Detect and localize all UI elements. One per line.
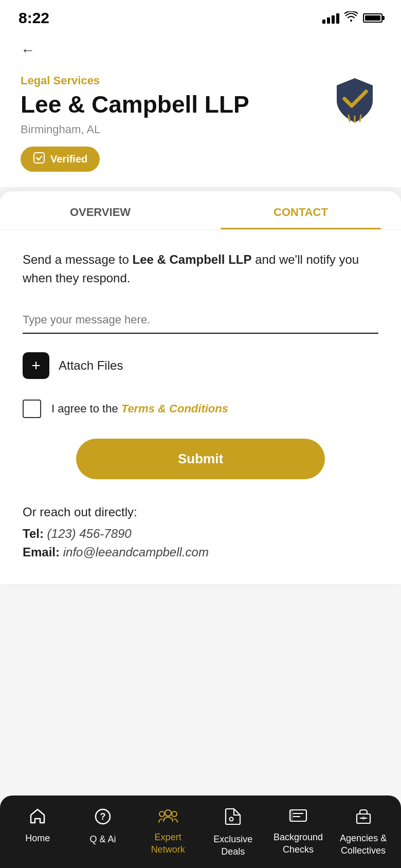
message-input-wrapper — [23, 313, 378, 334]
tel-label: Tel: — [23, 527, 44, 540]
status-time: 8:22 — [19, 9, 49, 27]
attach-label: Attach Files — [59, 358, 123, 373]
message-input[interactable] — [23, 313, 378, 327]
background-checks-icon — [289, 808, 307, 827]
nav-label-agencies: Agencies &Collectives — [340, 833, 387, 857]
battery-icon — [363, 13, 382, 23]
nav-item-expert-network[interactable]: ExpertNetwork — [142, 808, 194, 856]
tab-contact[interactable]: CONTACT — [200, 191, 401, 229]
nav-item-qai[interactable]: ? Q & Ai — [77, 808, 129, 845]
svg-text:?: ? — [100, 811, 105, 822]
email-label: Email: — [23, 545, 60, 559]
nav-item-exclusive-deals[interactable]: ExclusiveDeals — [207, 808, 259, 858]
nav-item-home[interactable]: Home — [12, 808, 63, 844]
tel-value: (123) 456-7890 — [47, 527, 132, 540]
terms-text: I agree to the Terms & Conditions — [51, 402, 228, 415]
nav-label-background-checks: BackgroundChecks — [274, 831, 323, 856]
nav-label-home: Home — [25, 833, 50, 844]
expert-network-icon — [158, 808, 178, 827]
svg-point-5 — [172, 811, 177, 817]
attach-icon[interactable]: + — [23, 352, 49, 379]
wifi-icon — [344, 11, 358, 25]
tabs-section: OVERVIEW CONTACT Send a message to Lee &… — [0, 191, 401, 584]
svg-rect-10 — [290, 810, 293, 821]
svg-rect-13 — [362, 817, 365, 820]
verified-badge: Verified — [21, 147, 100, 172]
svg-point-6 — [230, 818, 233, 821]
svg-rect-0 — [34, 153, 44, 163]
email-line: Email: info@leeandcampbell.com — [23, 545, 378, 559]
signal-icon — [322, 12, 339, 24]
message-intro: Send a message to Lee & Campbell LLP and… — [23, 250, 378, 287]
nav-label-exclusive-deals: ExclusiveDeals — [213, 834, 252, 858]
bottom-nav: Home ? Q & Ai ExpertNetwork — [0, 795, 401, 868]
nav-item-agencies[interactable]: Agencies &Collectives — [338, 808, 389, 857]
back-arrow-icon: ← — [21, 42, 35, 59]
svg-point-3 — [159, 811, 165, 817]
exclusive-deals-icon — [225, 808, 241, 829]
intro-company: Lee & Campbell LLP — [132, 252, 251, 266]
header-area: ← Legal Services Lee & Campbell LLP Birm… — [0, 32, 401, 187]
qai-icon: ? — [94, 808, 112, 829]
company-location: Birmingham, AL — [21, 123, 249, 136]
terms-checkbox[interactable] — [23, 400, 41, 418]
nav-label-expert-network: ExpertNetwork — [151, 831, 185, 856]
direct-contact: Or reach out directly: Tel: (123) 456-78… — [23, 505, 378, 559]
company-name: Lee & Campbell LLP — [21, 92, 249, 118]
email-value: info@leeandcampbell.com — [63, 545, 209, 559]
tel-line: Tel: (123) 456-7890 — [23, 527, 378, 541]
verified-icon — [33, 152, 45, 167]
attach-files-row[interactable]: + Attach Files — [23, 352, 378, 379]
verified-label: Verified — [50, 153, 87, 165]
svg-point-4 — [165, 810, 171, 816]
nav-label-qai: Q & Ai — [89, 834, 116, 845]
submit-button[interactable]: Submit — [76, 439, 325, 479]
terms-row: I agree to the Terms & Conditions — [23, 400, 378, 418]
company-header: Legal Services Lee & Campbell LLP Birmin… — [21, 74, 380, 172]
nav-item-background-checks[interactable]: BackgroundChecks — [272, 808, 324, 856]
company-category: Legal Services — [21, 74, 249, 87]
company-info: Legal Services Lee & Campbell LLP Birmin… — [21, 74, 249, 172]
company-logo — [329, 74, 380, 125]
back-button[interactable]: ← — [21, 42, 380, 59]
terms-link[interactable]: Terms & Conditions — [121, 402, 228, 415]
direct-contact-title: Or reach out directly: — [23, 505, 378, 519]
home-icon — [29, 808, 46, 828]
tabs-row: OVERVIEW CONTACT — [0, 191, 401, 230]
tab-overview[interactable]: OVERVIEW — [0, 191, 200, 229]
content-area: Send a message to Lee & Campbell LLP and… — [0, 230, 401, 584]
status-bar: 8:22 — [0, 0, 401, 32]
status-icons — [322, 11, 382, 25]
agencies-icon — [355, 808, 372, 828]
